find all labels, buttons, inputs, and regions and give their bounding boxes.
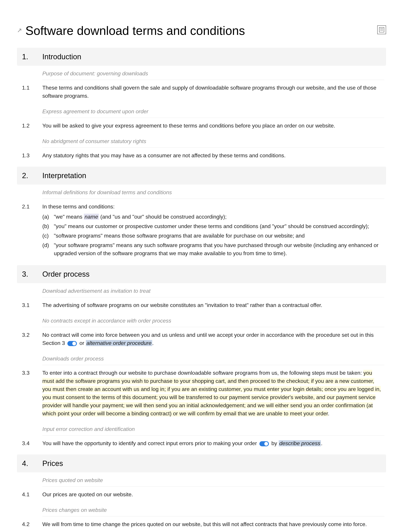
section-heading: 4.Prices	[17, 455, 386, 472]
sub-label: (a)	[42, 213, 51, 221]
clause: 3.1The advertising of software programs …	[17, 297, 386, 313]
clause: 4.2We will from time to time change the …	[17, 516, 386, 532]
editorial-note: No abridgment of consumer statutory righ…	[42, 133, 384, 148]
editorial-note: Express agreement to document upon order	[42, 104, 384, 118]
clause-text: You will be asked to give your express a…	[42, 121, 384, 130]
clause-text: Our prices are quoted on our website.	[42, 490, 384, 499]
variable-placeholder[interactable]: alternative order procedure	[86, 340, 152, 346]
external-link-icon[interactable]: ↗	[17, 27, 22, 34]
section-number: 2.	[22, 171, 32, 180]
sub-list: (a)"we" means name (and "us and "our" sh…	[42, 212, 384, 258]
sub-item: (c)"software programs" means those softw…	[42, 231, 384, 241]
section-number: 4.	[22, 459, 32, 468]
editorial-note: Purpose of document: governing downloads	[42, 66, 384, 80]
clause: 1.1These terms and conditions shall gove…	[17, 80, 386, 104]
clause: 2.1In these terms and conditions:(a)"we"…	[17, 199, 386, 262]
clause-number: 3.4	[22, 439, 34, 447]
section-title: Order process	[42, 270, 90, 278]
toc-icon[interactable]	[377, 25, 386, 34]
clause-text: You will have the opportunity to identif…	[42, 439, 384, 447]
editorial-note: Download advertisement as invitation to …	[42, 283, 384, 297]
editorial-note: Input error correction and identificatio…	[42, 421, 384, 436]
clause-number: 3.3	[22, 369, 34, 418]
clause-lead: In these terms and conditions:	[42, 203, 384, 211]
editorial-note: Downloads order process	[42, 351, 384, 365]
clause-text: To enter into a contract through our web…	[42, 369, 384, 418]
clause-text: Any statutory rights that you may have a…	[42, 151, 384, 159]
section-title: Prices	[42, 459, 63, 468]
section-number: 1.	[22, 52, 32, 61]
document-body: 1.IntroductionPurpose of document: gover…	[17, 48, 386, 532]
sub-label: (d)	[42, 241, 51, 257]
sub-text: "you" means our customer or prospective …	[54, 222, 369, 230]
clause: 4.1Our prices are quoted on our website.	[17, 487, 386, 502]
clause-text: These terms and conditions shall govern …	[42, 84, 384, 100]
sub-label: (b)	[42, 222, 51, 230]
editorial-note: Prices quoted on website	[42, 472, 384, 487]
document-title: Software download terms and conditions	[25, 24, 245, 38]
section-title: Introduction	[42, 52, 81, 61]
toggle-switch[interactable]	[67, 341, 77, 346]
clause-text: No contract will come into force between…	[42, 331, 384, 347]
title-wrap: ↗ Software download terms and conditions	[17, 24, 245, 38]
editorial-note: Informal definitions for download terms …	[42, 184, 384, 199]
variable-placeholder[interactable]: describe process	[279, 440, 321, 446]
clause: 1.3Any statutory rights that you may hav…	[17, 148, 386, 163]
sub-text: "software programs" means those software…	[54, 232, 305, 240]
toggle-switch[interactable]	[259, 441, 269, 446]
editorial-note: No contracts except in accordance with o…	[42, 313, 384, 327]
editable-highlight[interactable]: you must add the software programs you w…	[42, 370, 381, 417]
clause-body: In these terms and conditions:(a)"we" me…	[42, 203, 384, 258]
clause-number: 4.2	[22, 520, 34, 528]
sub-item: (a)"we" means name (and "us and "our" sh…	[42, 212, 384, 222]
clause-number: 4.1	[22, 490, 34, 499]
section-heading: 2.Interpretation	[17, 167, 386, 184]
section-heading: 3.Order process	[17, 265, 386, 283]
clause-number: 3.2	[22, 331, 34, 347]
section-heading: 1.Introduction	[17, 48, 386, 66]
section-title: Interpretation	[42, 171, 86, 180]
clause-number: 1.2	[22, 121, 34, 130]
sub-text: "we" means name (and "us and "our" shoul…	[54, 213, 227, 221]
variable-placeholder[interactable]: name	[84, 214, 99, 220]
clause: 1.2You will be asked to give your expres…	[17, 118, 386, 133]
clause-text: The advertising of software programs on …	[42, 301, 384, 309]
document-header: ↗ Software download terms and conditions	[17, 24, 386, 38]
clause-number: 1.1	[22, 84, 34, 100]
clause: 3.2No contract will come into force betw…	[17, 327, 386, 351]
clause: 3.4You will have the opportunity to iden…	[17, 436, 386, 451]
clause-number: 2.1	[22, 203, 34, 258]
clause-text: We will from time to time change the pri…	[42, 520, 384, 528]
section-number: 3.	[22, 270, 32, 278]
sub-item: (d)"your software programs" means any su…	[42, 241, 384, 258]
editorial-note: Prices changes on website	[42, 502, 384, 516]
sub-item: (b)"you" means our customer or prospecti…	[42, 222, 384, 231]
sub-text: "your software programs" means any such …	[54, 241, 384, 257]
clause: 3.3To enter into a contract through our …	[17, 365, 386, 421]
clause-number: 1.3	[22, 151, 34, 159]
sub-label: (c)	[42, 232, 51, 240]
clause-number: 3.1	[22, 301, 34, 309]
